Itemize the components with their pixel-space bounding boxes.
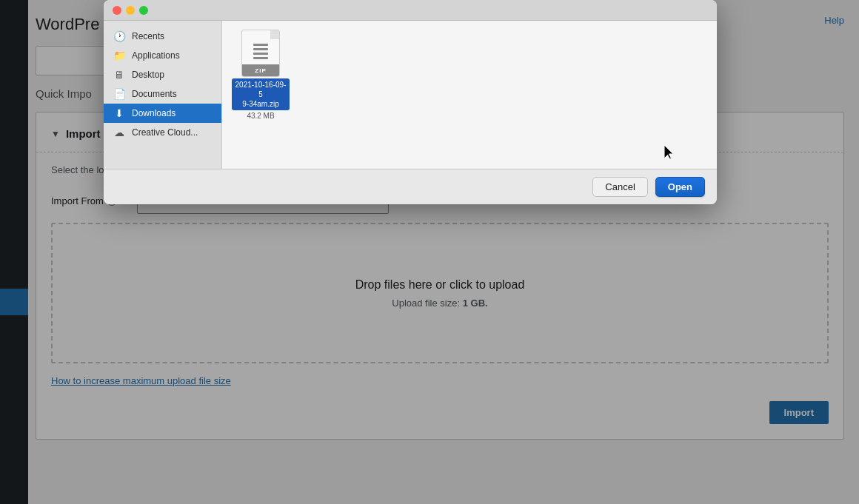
file-open-dialog: 🕐 Recents 📁 Applications 🖥 Desktop 📄 Doc…: [104, 0, 717, 204]
sidebar-item-label-recents: Recents: [132, 31, 164, 41]
file-item-zip[interactable]: ZIP 2021-10-16-09-5 9-34am.zip 43.2 MB: [231, 30, 290, 120]
dialog-titlebar: [104, 0, 717, 21]
sidebar-item-creative-cloud[interactable]: ☁ Creative Cloud...: [104, 123, 221, 142]
file-name-label: 2021-10-16-09-5 9-34am.zip: [232, 78, 290, 110]
sidebar-item-label-downloads: Downloads: [132, 108, 176, 118]
creative-cloud-icon: ☁: [113, 127, 126, 138]
file-size-label: 43.2 MB: [247, 112, 274, 120]
dialog-bottom-bar: Cancel Open: [104, 169, 717, 204]
titlebar-controls: [113, 6, 148, 15]
zip-fold: [270, 30, 279, 39]
sidebar-item-applications[interactable]: 📁 Applications: [104, 46, 221, 65]
desktop-icon: 🖥: [113, 69, 126, 81]
sidebar-item-label-desktop: Desktop: [132, 70, 164, 80]
sidebar-item-documents[interactable]: 📄 Documents: [104, 84, 221, 104]
dialog-file-area[interactable]: ZIP 2021-10-16-09-5 9-34am.zip 43.2 MB: [222, 21, 717, 169]
sidebar-item-desktop[interactable]: 🖥 Desktop: [104, 65, 221, 84]
zip-tag: ZIP: [242, 64, 279, 76]
dialog-overlay: 🕐 Recents 📁 Applications 🖥 Desktop 📄 Doc…: [0, 0, 859, 504]
dialog-cancel-button[interactable]: Cancel: [592, 177, 647, 197]
sidebar-item-recents[interactable]: 🕐 Recents: [104, 27, 221, 46]
zip-line-1: [253, 44, 268, 46]
zip-file-icon: ZIP: [241, 30, 280, 77]
zip-lines: [253, 44, 268, 59]
maximize-window-dot[interactable]: [139, 6, 148, 15]
close-window-dot[interactable]: [113, 6, 121, 15]
sidebar-item-downloads[interactable]: ⬇ Downloads: [104, 104, 221, 123]
documents-icon: 📄: [113, 88, 126, 100]
sidebar-item-label-creative-cloud: Creative Cloud...: [132, 127, 198, 138]
dialog-open-button[interactable]: Open: [655, 177, 705, 197]
applications-icon: 📁: [113, 50, 126, 61]
zip-line-4: [253, 57, 268, 59]
downloads-icon: ⬇: [113, 107, 126, 119]
recents-icon: 🕐: [113, 30, 126, 42]
dialog-sidebar: 🕐 Recents 📁 Applications 🖥 Desktop 📄 Doc…: [104, 21, 222, 169]
minimize-window-dot[interactable]: [126, 6, 135, 15]
dialog-body: 🕐 Recents 📁 Applications 🖥 Desktop 📄 Doc…: [104, 21, 717, 169]
sidebar-item-label-documents: Documents: [132, 89, 177, 99]
sidebar-item-label-applications: Applications: [132, 50, 180, 61]
zip-line-2: [253, 48, 268, 50]
zip-line-3: [253, 53, 268, 55]
